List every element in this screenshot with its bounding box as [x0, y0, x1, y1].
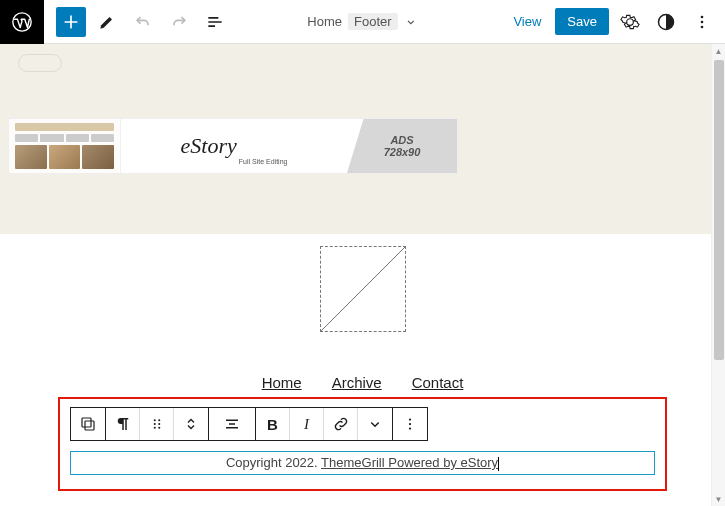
align-button[interactable]: [209, 408, 255, 440]
bold-button[interactable]: B: [256, 408, 290, 440]
ad-tagline: Full Site Editing: [239, 158, 288, 165]
ad-dimensions: ADS 728x90: [347, 119, 457, 173]
copyright-link[interactable]: ThemeGrill Powered by eStory: [321, 455, 498, 470]
footer-nav-home[interactable]: Home: [262, 374, 302, 391]
italic-button[interactable]: I: [290, 408, 324, 440]
svg-point-11: [153, 427, 155, 429]
edit-button[interactable]: [92, 7, 122, 37]
svg-point-13: [409, 418, 411, 420]
footer-navigation: Home Archive Contact: [0, 374, 725, 391]
more-formatting-dropdown[interactable]: [358, 408, 392, 440]
move-arrows[interactable]: [174, 408, 208, 440]
styles-button[interactable]: [651, 7, 681, 37]
svg-point-4: [701, 25, 704, 28]
text-cursor: [498, 457, 499, 471]
chevron-down-icon: [404, 15, 418, 29]
svg-point-14: [409, 423, 411, 425]
settings-button[interactable]: [615, 7, 645, 37]
block-options-button[interactable]: [393, 408, 427, 440]
toolbar-right: View Save: [505, 7, 717, 37]
ad-brand-area: eStory Full Site Editing: [121, 119, 347, 173]
ad-label-top: ADS: [390, 134, 413, 146]
block-type-button[interactable]: [71, 408, 105, 440]
undo-button[interactable]: [128, 7, 158, 37]
footer-section: Home Archive Contact: [0, 234, 725, 506]
svg-point-2: [701, 15, 704, 18]
drag-handle[interactable]: [140, 408, 174, 440]
footer-nav-archive[interactable]: Archive: [332, 374, 382, 391]
svg-point-10: [158, 423, 160, 425]
logo-placeholder[interactable]: [320, 246, 406, 332]
highlight-annotation: B I Copyright 2022. ThemeGrill Powered b…: [58, 397, 667, 491]
ad-label-bottom: 728x90: [384, 146, 421, 158]
svg-point-12: [158, 427, 160, 429]
ad-banner[interactable]: eStory Full Site Editing ADS 728x90: [8, 118, 458, 174]
scroll-up-icon[interactable]: ▲: [712, 44, 725, 58]
more-menu-button[interactable]: [687, 7, 717, 37]
paragraph-button[interactable]: [106, 408, 140, 440]
breadcrumb-template: Footer: [348, 13, 398, 30]
copyright-prefix: Copyright 2022.: [226, 455, 321, 470]
editor-topbar: Home Footer View Save: [0, 0, 725, 44]
svg-point-3: [701, 20, 704, 23]
svg-point-7: [153, 419, 155, 421]
ad-thumbnail-grid: [9, 119, 121, 173]
footer-nav-contact[interactable]: Contact: [412, 374, 464, 391]
ad-brand: eStory: [181, 133, 237, 159]
breadcrumb-home: Home: [307, 14, 342, 29]
editor-canvas: eStory Full Site Editing ADS 728x90 Home…: [0, 44, 725, 506]
content-section: eStory Full Site Editing ADS 728x90: [0, 44, 725, 234]
tag-placeholder: [18, 54, 62, 72]
link-button[interactable]: [324, 408, 358, 440]
vertical-scrollbar[interactable]: ▲ ▼: [711, 44, 725, 506]
scroll-down-icon[interactable]: ▼: [712, 492, 725, 506]
copyright-paragraph-block[interactable]: Copyright 2022. ThemeGrill Powered by eS…: [70, 451, 655, 475]
svg-rect-6: [85, 421, 94, 430]
list-view-button[interactable]: [200, 7, 230, 37]
breadcrumb[interactable]: Home Footer: [307, 13, 417, 30]
scrollbar-thumb[interactable]: [714, 60, 724, 360]
wordpress-logo[interactable]: [0, 0, 44, 44]
add-block-button[interactable]: [56, 7, 86, 37]
svg-point-8: [158, 419, 160, 421]
svg-point-9: [153, 423, 155, 425]
view-link[interactable]: View: [505, 10, 549, 33]
block-toolbar: B I: [70, 407, 428, 441]
toolbar-left: [56, 7, 230, 37]
save-button[interactable]: Save: [555, 8, 609, 35]
redo-button[interactable]: [164, 7, 194, 37]
svg-rect-5: [82, 418, 91, 427]
svg-point-15: [409, 427, 411, 429]
